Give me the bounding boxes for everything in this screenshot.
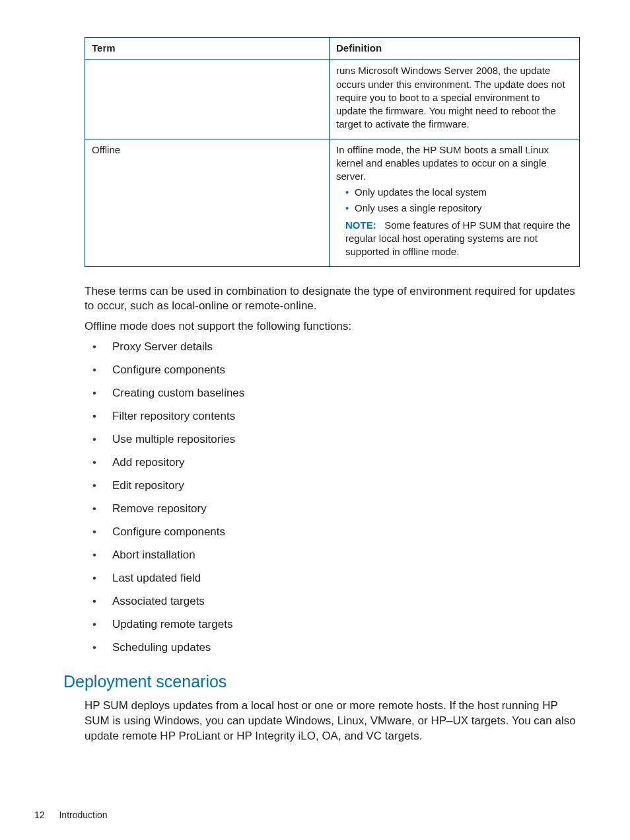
list-item: Configure components xyxy=(85,363,577,378)
definition-intro: In offline mode, the HP SUM boots a smal… xyxy=(336,143,573,184)
list-item: Last updated field xyxy=(85,571,577,586)
header-definition: Definition xyxy=(330,38,580,60)
cell-definition: runs Microsoft Windows Server 2008, the … xyxy=(330,60,580,139)
note-text: Some features of HP SUM that require the… xyxy=(345,219,571,258)
header-term: Term xyxy=(85,38,330,60)
page-footer: 12 Introduction xyxy=(34,809,108,821)
list-item: Use multiple repositories xyxy=(85,432,577,447)
cell-definition: In offline mode, the HP SUM boots a smal… xyxy=(330,139,580,266)
list-item: Associated targets xyxy=(85,594,577,609)
deployment-section: Deployment scenarios HP SUM deploys upda… xyxy=(85,671,580,744)
list-item: Add repository xyxy=(85,455,577,471)
term-definition-table: Term Definition runs Microsoft Windows S… xyxy=(85,37,580,267)
section-paragraph: HP SUM deploys updates from a local host… xyxy=(85,699,580,744)
page-content: Term Definition runs Microsoft Windows S… xyxy=(0,0,630,744)
paragraph: Offline mode does not support the follow… xyxy=(85,319,580,334)
page-number: 12 xyxy=(34,810,45,820)
list-item: Creating custom baselines xyxy=(85,386,577,401)
list-item: Configure components xyxy=(85,525,577,540)
table-header-row: Term Definition xyxy=(85,38,580,60)
note-label: NOTE: xyxy=(345,219,376,231)
list-item: Proxy Server details xyxy=(85,340,577,355)
list-item: Only updates the local system xyxy=(345,186,573,199)
definition-text: runs Microsoft Windows Server 2008, the … xyxy=(336,64,573,131)
list-item: Edit repository xyxy=(85,478,577,494)
list-item: Abort installation xyxy=(85,548,577,563)
chapter-title: Introduction xyxy=(59,810,107,820)
list-item: Scheduling updates xyxy=(85,640,577,656)
definition-bullet-list: Only updates the local system Only uses … xyxy=(336,186,573,215)
table-row: runs Microsoft Windows Server 2008, the … xyxy=(85,60,580,139)
section-heading: Deployment scenarios xyxy=(63,671,580,693)
list-item: Updating remote targets xyxy=(85,617,577,632)
unsupported-functions-list: Proxy Server details Configure component… xyxy=(85,340,577,655)
note-block: NOTE: Some features of HP SUM that requi… xyxy=(336,219,573,259)
list-item: Remove repository xyxy=(85,502,577,517)
cell-term xyxy=(85,60,330,139)
body-paragraphs: These terms can be used in combination t… xyxy=(85,284,580,335)
table-row: Offline In offline mode, the HP SUM boot… xyxy=(85,139,580,266)
list-item: Only uses a single repository xyxy=(345,202,573,215)
paragraph: These terms can be used in combination t… xyxy=(85,284,580,315)
list-item: Filter repository contents xyxy=(85,409,577,424)
cell-term: Offline xyxy=(85,139,330,266)
